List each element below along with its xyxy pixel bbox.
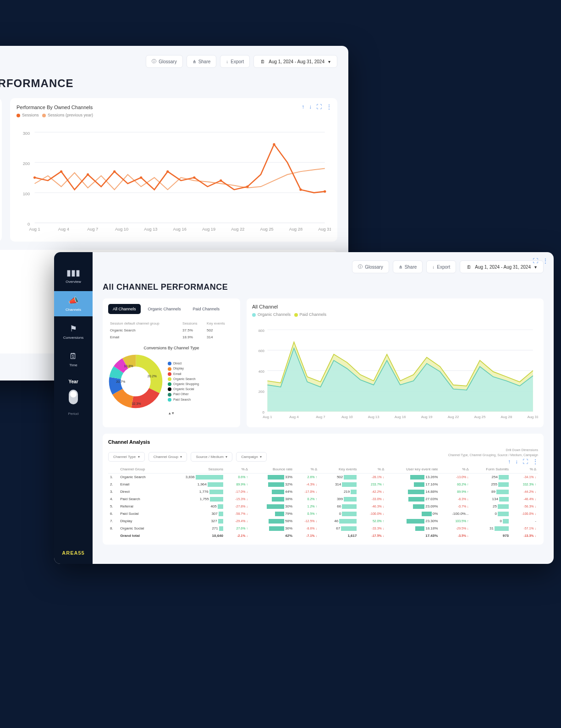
svg-text:Aug 7: Aug 7 bbox=[87, 227, 98, 232]
more-icon[interactable]: ⋮ bbox=[533, 458, 538, 465]
date-range-picker[interactable]: 🗓Aug 1, 2024 - Aug 31, 2024▾ bbox=[460, 260, 544, 273]
info-icon: ⓘ bbox=[152, 58, 156, 65]
sort-up-icon[interactable]: ↑ bbox=[302, 104, 304, 110]
svg-text:Aug 19: Aug 19 bbox=[421, 415, 433, 419]
svg-point-18 bbox=[299, 188, 302, 191]
front-dashboard: ▮▮▮Overview 📣Channels ⚑Conversions 🗓Time… bbox=[54, 252, 554, 564]
filter-pill[interactable]: Channel Group ▾ bbox=[148, 452, 187, 462]
share-button[interactable]: ⋔Share bbox=[393, 260, 423, 273]
svg-text:Aug 1: Aug 1 bbox=[263, 415, 272, 419]
svg-text:10.8%: 10.8% bbox=[124, 364, 133, 368]
svg-text:Aug 4: Aug 4 bbox=[58, 227, 69, 232]
table-row[interactable]: 5.Referral405 -27.8% ↓ 30%1.2% ↑66 -46.3… bbox=[108, 503, 538, 510]
table-row[interactable]: 8.Organic Social271 27.6% ↑ 36%-8.6% ↓67… bbox=[108, 525, 538, 532]
glossary-button[interactable]: ⓘGlossary bbox=[146, 55, 182, 68]
export-button[interactable]: ↓Export bbox=[220, 55, 250, 68]
drill-sub: Channel Type, Channel Grouping, Source /… bbox=[448, 453, 538, 457]
sidebar-item-channels[interactable]: 📣Channels bbox=[54, 291, 93, 316]
svg-text:Aug 28: Aug 28 bbox=[289, 227, 302, 232]
more-icon[interactable]: ⋮ bbox=[326, 104, 332, 110]
svg-point-14 bbox=[193, 176, 195, 179]
table-row[interactable]: 2.Email1,964 89.9% ↑ 32%-4.3% ↓314 233.7… bbox=[108, 481, 538, 488]
channel-summary-card: All Channels Organic Channels Paid Chann… bbox=[103, 298, 240, 427]
filter-pill[interactable]: Source / Medium ▾ bbox=[191, 452, 232, 462]
svg-text:Aug 7: Aug 7 bbox=[316, 415, 325, 419]
svg-text:20.2%: 20.2% bbox=[148, 375, 157, 378]
sidebar-item-time[interactable]: 🗓Time bbox=[54, 347, 93, 372]
sort-down-icon[interactable]: ↓ bbox=[309, 104, 312, 110]
download-icon: ↓ bbox=[226, 59, 228, 64]
chart-actions: ⛶ ⋮ bbox=[533, 258, 548, 264]
table-row[interactable]: 3.Direct1,776 -17.0% ↓ 44%-17.0% ↓219 -4… bbox=[108, 488, 538, 496]
svg-point-9 bbox=[60, 170, 62, 172]
svg-text:Aug 1: Aug 1 bbox=[29, 227, 40, 232]
sort-down-icon[interactable]: ↓ bbox=[515, 458, 518, 465]
svg-text:300: 300 bbox=[23, 131, 30, 136]
svg-text:Aug 25: Aug 25 bbox=[474, 415, 486, 419]
svg-text:Aug 13: Aug 13 bbox=[144, 227, 157, 232]
donut-legend: DirectDisplayEmailOrganic SearchOrganic … bbox=[168, 361, 199, 402]
glossary-button[interactable]: ⓘGlossary bbox=[352, 260, 389, 273]
info-icon: ⓘ bbox=[358, 264, 363, 270]
analysis-title: Channel Analysis bbox=[108, 439, 538, 445]
page-title: All CHANNEL PERFORMANCE bbox=[103, 282, 544, 292]
flag-icon: ⚑ bbox=[54, 324, 93, 334]
share-icon: ⋔ bbox=[399, 265, 402, 270]
chart-legend: Sessions Sessions (previous year) bbox=[16, 113, 331, 117]
svg-text:Aug 22: Aug 22 bbox=[448, 415, 459, 419]
expand-icon[interactable]: ⛶ bbox=[316, 104, 322, 110]
share-button[interactable]: ⋔Share bbox=[187, 55, 217, 68]
main-content: ⓘGlossary ⋔Share ↓Export 🗓Aug 1, 2024 - … bbox=[93, 252, 554, 564]
more-icon[interactable]: ⋮ bbox=[543, 258, 548, 264]
download-icon: ↓ bbox=[432, 265, 434, 270]
tab-all-channels[interactable]: All Channels bbox=[108, 304, 141, 314]
analysis-table: Channel GroupSessions% ΔBounce rate% ΔKe… bbox=[108, 465, 538, 539]
svg-text:600: 600 bbox=[258, 349, 265, 353]
table-row[interactable]: 1.Organic Search3,836 0.6% ↑ 33%2.6% ↑50… bbox=[108, 473, 538, 481]
svg-text:Aug 13: Aug 13 bbox=[368, 415, 380, 419]
page-title: C CHANNEL PERFORMANCE bbox=[0, 77, 337, 90]
svg-text:200: 200 bbox=[258, 390, 265, 394]
drill-label: Drill Down Dimensions bbox=[448, 448, 538, 452]
sidebar-item-overview[interactable]: ▮▮▮Overview bbox=[54, 263, 93, 288]
sort-up-icon[interactable]: ↑ bbox=[508, 458, 511, 465]
kpi-card: Organic Channels Paid Channels ons077nce… bbox=[0, 98, 2, 242]
sidebar: ▮▮▮Overview 📣Channels ⚑Conversions 🗓Time… bbox=[54, 252, 93, 564]
svg-text:Aug 16: Aug 16 bbox=[395, 415, 406, 419]
table-row[interactable]: 6.Paid Social307 -58.7% ↓ 79%0.5% ↑0 -10… bbox=[108, 510, 538, 518]
svg-text:200: 200 bbox=[23, 161, 30, 166]
svg-text:Aug 28: Aug 28 bbox=[501, 415, 512, 419]
line-chart-svg: 300 200 100 0 Aug 1Aug 4Aug 7Aug 10Aug 1… bbox=[16, 120, 331, 235]
tab-paid-channels[interactable]: Paid Channels bbox=[188, 304, 225, 314]
svg-text:0: 0 bbox=[262, 410, 264, 414]
donut-title: Conversions By Channel Type bbox=[108, 346, 235, 350]
svg-text:800: 800 bbox=[258, 329, 265, 333]
tab-organic-channels[interactable]: Organic Channels bbox=[143, 304, 186, 314]
expand-icon[interactable]: ⛶ bbox=[533, 258, 538, 264]
svg-text:400: 400 bbox=[258, 370, 265, 374]
table-row[interactable]: 7.Display327 -29.4% ↓ 58%-12.5% ↓46 52.0… bbox=[108, 518, 538, 525]
date-range-picker[interactable]: 🗓Aug 1, 2024 - Aug 31, 2024▾ bbox=[253, 55, 337, 68]
filter-pill[interactable]: Campaign ▾ bbox=[236, 452, 267, 462]
owned-channels-chart-card: Performance By Owned Channels ↑ ↓ ⛶ ⋮ Se… bbox=[10, 98, 337, 242]
svg-text:Aug 31: Aug 31 bbox=[528, 415, 538, 419]
calendar-icon: 🗓 bbox=[54, 352, 93, 361]
table-row: Email18.9%314 bbox=[109, 334, 234, 340]
svg-point-8 bbox=[33, 176, 36, 179]
svg-text:Aug 19: Aug 19 bbox=[202, 227, 215, 232]
filter-pill[interactable]: Channel Type ▾ bbox=[108, 452, 145, 462]
svg-point-15 bbox=[220, 179, 222, 182]
channel-analysis-card: Channel Analysis Channel Type ▾Channel G… bbox=[103, 434, 544, 545]
export-button[interactable]: ↓Export bbox=[426, 260, 456, 273]
chevron-down-icon: ▾ bbox=[328, 59, 330, 64]
expand-icon[interactable]: ⛶ bbox=[522, 458, 528, 465]
svg-text:Aug 31: Aug 31 bbox=[318, 227, 331, 232]
chart-title: All Channel bbox=[252, 304, 538, 309]
year-label: Year bbox=[68, 379, 78, 384]
table-row[interactable]: 4.Paid Search1,755 -15.3% ↓ 38%0.2% ↑399… bbox=[108, 496, 538, 503]
svg-text:32.3%: 32.3% bbox=[132, 402, 141, 406]
sidebar-item-conversions[interactable]: ⚑Conversions bbox=[54, 319, 93, 344]
year-period-toggle[interactable] bbox=[69, 390, 78, 404]
all-channel-chart-card: All Channel ⛶ ⋮ Organic Channels Paid Ch… bbox=[247, 298, 544, 427]
expand-indicator[interactable]: ▴ ▾ bbox=[108, 411, 235, 415]
